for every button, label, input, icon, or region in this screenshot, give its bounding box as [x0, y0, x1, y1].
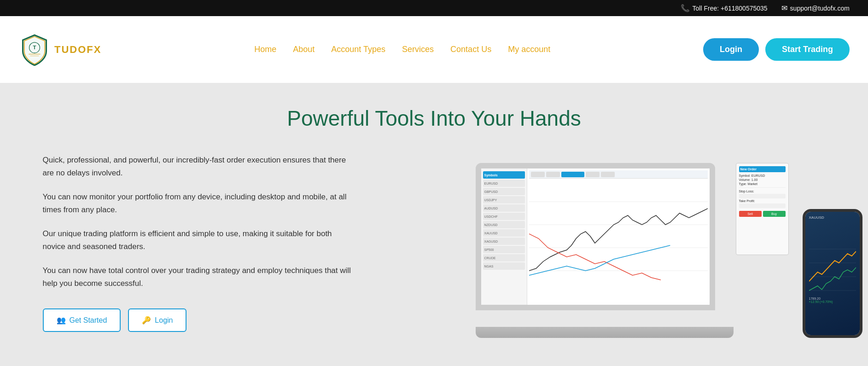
- top-bar: 📞 Toll Free: +611800575035 ✉ support@tud…: [0, 0, 868, 16]
- phone-screen: XAUUSD 1789.20 +12.50 (+0.70%): [805, 212, 860, 335]
- phone-icon: 📞: [681, 4, 690, 12]
- laptop-mockup: Symbols EURUSD GBPUSD USDJPY AUDUSD USDC…: [476, 163, 734, 338]
- login-hero-icon: 🔑: [142, 316, 151, 325]
- chart-sidebar: Symbols EURUSD GBPUSD USDJPY AUDUSD USDC…: [481, 168, 527, 305]
- laptop-screen: Symbols EURUSD GBPUSD USDJPY AUDUSD USDC…: [476, 163, 715, 310]
- get-started-button[interactable]: 👥 Get Started: [43, 308, 121, 332]
- header: T TUDOFX Home About Account Types Servic…: [0, 16, 868, 83]
- header-actions: Login Start Trading: [703, 38, 850, 61]
- logo-link[interactable]: T TUDOFX: [18, 34, 101, 66]
- laptop-base: [476, 327, 734, 338]
- chart-toolbar: [529, 170, 708, 179]
- toll-free-text: Toll Free: +611800575035: [693, 5, 768, 12]
- hero-para-2: You can now monitor your portfolio from …: [43, 191, 356, 216]
- start-trading-button[interactable]: Start Trading: [765, 38, 850, 61]
- hero-login-label: Login: [155, 316, 173, 325]
- hero-para-4: You can now have total control over your…: [43, 264, 356, 290]
- order-panel: New Order Symbol: EURUSD Volume: 1.00 Ty…: [736, 163, 789, 255]
- hero-buttons: 👥 Get Started 🔑 Login: [43, 308, 356, 332]
- hero-body: Quick, professional, and powerful, our i…: [43, 154, 826, 338]
- phone-content: XAUUSD 1789.20 +12.50 (+0.70%): [805, 212, 860, 307]
- hero-title: Powerful Tools Into Your Hands: [287, 106, 581, 131]
- chart-area: Symbols EURUSD GBPUSD USDJPY AUDUSD USDC…: [481, 168, 710, 305]
- hero-para-3: Our unique trading platform is efficient…: [43, 227, 356, 253]
- get-started-label: Get Started: [70, 316, 107, 325]
- hero-section: Powerful Tools Into Your Hands Quick, pr…: [0, 83, 868, 366]
- nav-account-types[interactable]: Account Types: [331, 45, 385, 54]
- svg-text:T: T: [33, 45, 36, 50]
- get-started-icon: 👥: [57, 316, 66, 325]
- chart-svg: [529, 179, 708, 303]
- logo-text: TUDOFX: [54, 44, 101, 56]
- hero-login-button[interactable]: 🔑 Login: [128, 308, 186, 332]
- hero-text: Quick, professional, and powerful, our i…: [43, 154, 356, 332]
- nav-about[interactable]: About: [293, 45, 315, 54]
- email-icon: ✉: [781, 4, 787, 12]
- phone-info: 📞 Toll Free: +611800575035: [681, 4, 768, 12]
- email-info: ✉ support@tudofx.com: [781, 4, 850, 12]
- chart-main: [527, 168, 710, 305]
- nav-home[interactable]: Home: [254, 45, 276, 54]
- logo-shield-icon: T: [18, 34, 51, 66]
- nav-my-account[interactable]: My account: [508, 45, 550, 54]
- hero-para-1: Quick, professional, and powerful, our i…: [43, 154, 356, 180]
- nav-services[interactable]: Services: [402, 45, 434, 54]
- phone-mockup: XAUUSD 1789.20 +12.50 (+0.70%): [803, 209, 862, 338]
- main-nav: Home About Account Types Services Contac…: [254, 45, 550, 54]
- email-text: support@tudofx.com: [790, 5, 850, 12]
- login-button[interactable]: Login: [703, 38, 759, 61]
- nav-contact-us[interactable]: Contact Us: [450, 45, 491, 54]
- hero-image: Symbols EURUSD GBPUSD USDJPY AUDUSD USDC…: [384, 154, 826, 338]
